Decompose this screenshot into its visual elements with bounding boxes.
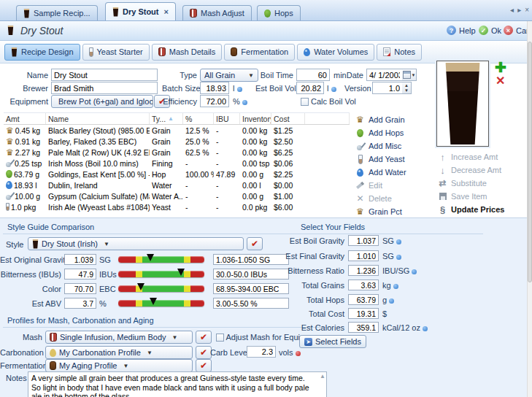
select-fields-header: Select Your Fields xyxy=(301,223,365,231)
scrollbar-thumb[interactable] xyxy=(528,42,532,282)
remove-picture-button[interactable]: ✕ xyxy=(496,75,505,86)
table-row[interactable]: ♛0.91 kg Barley, Flaked (3.35 EBC)Grain … xyxy=(4,136,350,147)
page-title: Dry Stout xyxy=(20,25,63,36)
carbonation-profile-select[interactable]: My Carbonation Profile ▼ xyxy=(45,346,193,359)
fermentation-edit-button[interactable]: ✔ xyxy=(196,359,212,372)
add-grain-button[interactable]: ♛Add Grain xyxy=(355,113,406,126)
fermentation-profile-select[interactable]: My Aging Profile ▼ xyxy=(45,359,193,372)
add-water-button[interactable]: Add Water xyxy=(355,166,406,179)
field-label: Total Cost xyxy=(263,309,344,318)
est-boil-vol-field[interactable] xyxy=(296,82,324,94)
tab-sample-recipes[interactable]: Sample Recip... xyxy=(16,5,98,20)
tab-list-close-icon[interactable]: × xyxy=(525,6,529,14)
field-dot-icon[interactable] xyxy=(412,269,417,274)
toolbar-label: Recipe Design xyxy=(21,47,74,56)
field-dot-icon[interactable] xyxy=(296,351,301,356)
col-type[interactable]: Ty...▲ xyxy=(150,113,183,124)
table-row[interactable]: 18.93 l Dublin, IrelandWater -- 0.00 l$0… xyxy=(4,180,350,190)
increase-amt-button[interactable]: ↑Increase Amt xyxy=(438,150,504,163)
field-dot-icon[interactable] xyxy=(423,326,428,331)
type-value: All Grain xyxy=(204,71,235,80)
water-drop-icon xyxy=(304,48,310,56)
vertical-scrollbar[interactable] xyxy=(527,21,532,397)
table-row[interactable]: ♛0.45 kg Black Barley (Stout) (985.00 EB… xyxy=(4,125,350,136)
col-inventory[interactable]: Inventory xyxy=(240,113,271,124)
grain-icon: ♛ xyxy=(6,137,14,146)
table-row[interactable]: 63.79 g Goldings, East Kent [5.00 %] - B… xyxy=(4,169,350,180)
gauge-unit: EBC xyxy=(99,285,116,293)
substitute-button[interactable]: ⇄Substitute xyxy=(438,177,504,190)
style-select[interactable]: Dry Stout (Irish) ▼ xyxy=(28,237,244,250)
boil-time-field[interactable] xyxy=(296,69,330,81)
carb-level-field[interactable] xyxy=(247,346,276,358)
mash-profile-select[interactable]: Single Infusion, Medium Body ▼ xyxy=(45,331,193,344)
tab-scroll-left-icon[interactable]: ◂ xyxy=(510,6,514,14)
delete-ingredient-button[interactable]: ✕Delete xyxy=(355,192,406,205)
toolbar-water-volumes[interactable]: Water Volumes xyxy=(297,44,374,61)
field-dot-icon[interactable] xyxy=(237,87,242,92)
equipment-select[interactable]: Brew Pot (6+gal) and Igloo/Gott Co xyxy=(51,95,153,108)
tab-close-icon[interactable]: × xyxy=(164,7,169,16)
add-hops-button[interactable]: Add Hops xyxy=(355,126,406,139)
table-row[interactable]: ♛2.27 kg Pale Malt (2 Row) UK (4.92 EBC)… xyxy=(4,147,350,158)
decrease-amt-button[interactable]: ↓Decrease Amt xyxy=(438,163,504,177)
field-dot-icon[interactable] xyxy=(242,100,247,105)
field-dot-icon[interactable] xyxy=(389,298,394,304)
field-dot-icon[interactable] xyxy=(396,255,401,260)
toolbar-fermentation[interactable]: Fermentation xyxy=(224,44,295,61)
efficiency-field[interactable] xyxy=(200,95,229,107)
tab-scroll-right-icon[interactable]: ▸ xyxy=(517,6,521,14)
version-stepper[interactable]: ▲▼ xyxy=(402,82,412,94)
notes-scroll-up-icon[interactable]: ▲ xyxy=(320,373,325,379)
add-yeast-button[interactable]: Add Yeast xyxy=(355,153,406,166)
toolbar-label: Water Volumes xyxy=(314,47,368,56)
col-pct[interactable]: % xyxy=(183,113,214,124)
col-amt[interactable]: Amt xyxy=(4,113,46,124)
tab-mash-adjust[interactable]: Mash Adjust xyxy=(182,5,252,20)
col-cost[interactable]: Cost xyxy=(271,113,305,124)
ok-button[interactable]: ✓ Ok xyxy=(479,26,501,35)
adjust-mash-checkbox[interactable]: Adjust Mash for Equip xyxy=(216,333,304,342)
calc-boil-vol-checkbox[interactable]: Calc Boil Vol xyxy=(301,97,356,106)
toolbar-mash-details[interactable]: Mash Details xyxy=(152,44,223,61)
add-picture-button[interactable]: ✚ xyxy=(495,61,506,74)
tab-dry-stout[interactable]: Dry Stout × xyxy=(105,2,176,20)
toolbar-recipe-design[interactable]: Recipe Design xyxy=(4,44,80,61)
gauge-label: Color xyxy=(0,285,61,293)
col-ibu[interactable]: IBU xyxy=(214,113,240,124)
fermentation-label: Fermentation xyxy=(0,361,42,370)
date-field[interactable] xyxy=(366,69,403,81)
date-picker-button[interactable]: ▼ xyxy=(402,69,417,81)
field-dot-icon[interactable] xyxy=(396,239,401,244)
name-field[interactable] xyxy=(51,69,158,81)
notes-field[interactable]: A very simple all grain beer that produc… xyxy=(28,371,327,397)
col-name[interactable]: Name xyxy=(46,113,150,124)
field-dot-icon[interactable] xyxy=(331,87,336,92)
style-label: Style xyxy=(6,240,23,249)
table-row[interactable]: 10.00 g Gypsum (Calcium Sulfate) (Mash .… xyxy=(4,190,350,201)
field-dot-icon[interactable] xyxy=(393,284,398,289)
gauge-value: 1.039 xyxy=(64,254,96,265)
edit-ingredient-button[interactable]: Edit xyxy=(355,179,406,192)
toolbar-notes[interactable]: Notes xyxy=(377,44,422,61)
update-prices-button[interactable]: §Update Prices xyxy=(438,203,504,216)
brewer-field[interactable] xyxy=(51,82,158,94)
gauge-value: 47.9 xyxy=(64,269,96,280)
grain-pct-button[interactable]: ♛Grain Pct xyxy=(355,205,406,218)
style-edit-button[interactable]: ✔ xyxy=(247,237,263,250)
carbonation-edit-button[interactable]: ✔ xyxy=(196,346,212,359)
table-row[interactable]: 0.25 tsp Irish Moss (Boil 10.0 mins)Fini… xyxy=(4,158,350,169)
tab-hops[interactable]: Hops xyxy=(257,5,301,20)
type-select[interactable]: All Grain ▼ xyxy=(200,69,258,82)
toolbar-yeast-starter[interactable]: Yeast Starter xyxy=(82,44,150,61)
save-item-button[interactable]: Save Item xyxy=(438,190,504,203)
table-row[interactable]: 1.0 pkg Irish Ale (Wyeast Labs #1084) [1… xyxy=(4,201,350,212)
batch-size-field[interactable] xyxy=(200,82,229,94)
mash-edit-button[interactable]: ✔ xyxy=(196,331,212,344)
select-fields-button[interactable]: ➤ Select Fields xyxy=(299,335,366,348)
field-unit: kg xyxy=(382,281,398,290)
version-field[interactable] xyxy=(372,82,403,94)
toolbar-label: Mash Details xyxy=(169,47,216,56)
help-button[interactable]: ? Help xyxy=(447,26,476,35)
add-misc-button[interactable]: Add Misc xyxy=(355,139,406,153)
